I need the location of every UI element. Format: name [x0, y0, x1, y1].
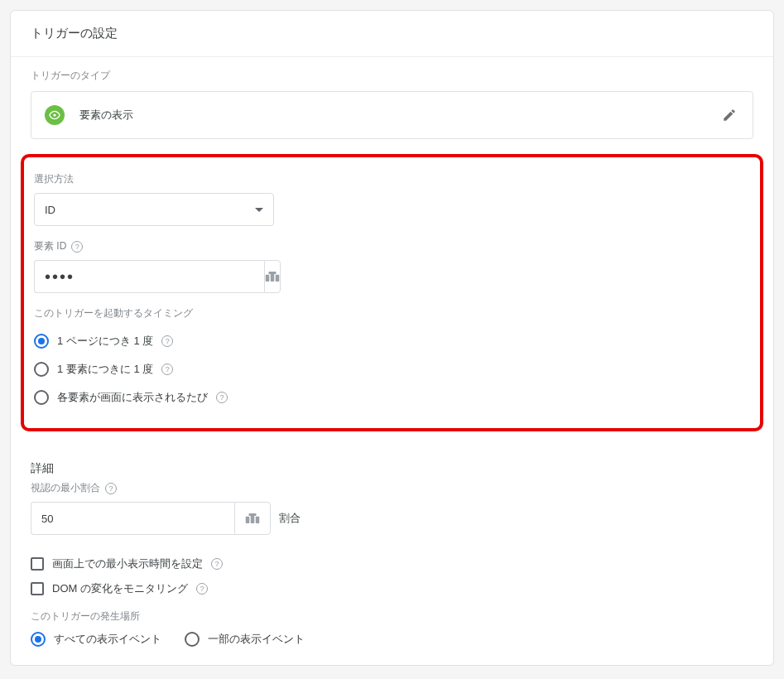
- timing-radio-group: 1 ページにつき 1 度 ? 1 要素につきに 1 度 ? 各要素が画面に表示さ…: [34, 327, 750, 412]
- element-id-input-row: [34, 260, 274, 293]
- radio-icon: [34, 390, 49, 405]
- element-id-label: 要素 ID ?: [34, 239, 750, 253]
- svg-rect-7: [256, 517, 260, 523]
- pct-suffix-label: 割合: [279, 511, 301, 526]
- trigger-type-label: 要素の表示: [79, 108, 133, 123]
- details-heading: 詳細: [31, 461, 753, 476]
- min-pct-input[interactable]: [31, 502, 234, 535]
- trigger-type-section-label: トリガーのタイプ: [31, 69, 753, 83]
- trigger-type-left: 要素の表示: [45, 105, 133, 125]
- selection-method-label: 選択方法: [34, 172, 750, 186]
- help-icon[interactable]: ?: [105, 483, 117, 494]
- svg-rect-4: [269, 272, 277, 274]
- highlighted-selection-box: 選択方法 ID 要素 ID ? このトリガーを起動するタイミング 1 ページにつ…: [21, 154, 763, 431]
- fire-location-label: このトリガーの発生場所: [31, 609, 753, 624]
- fire-radio-group: すべての表示イベント 一部の表示イベント: [31, 632, 753, 647]
- svg-rect-5: [246, 517, 250, 523]
- svg-rect-1: [266, 275, 270, 282]
- min-pct-row: 割合: [31, 502, 753, 535]
- trigger-type-section: トリガーのタイプ 要素の表示: [11, 57, 773, 139]
- help-icon[interactable]: ?: [211, 558, 223, 570]
- timing-option-per-page[interactable]: 1 ページにつき 1 度 ?: [34, 327, 750, 355]
- svg-rect-8: [249, 513, 257, 516]
- help-icon[interactable]: ?: [161, 364, 173, 375]
- card-title: トリガーの設定: [31, 26, 753, 41]
- fire-option-some-events[interactable]: 一部の表示イベント: [185, 632, 305, 647]
- radio-icon: [31, 632, 46, 647]
- checkbox-icon: [31, 582, 44, 595]
- chevron-down-icon: [255, 208, 263, 212]
- min-onscreen-duration-checkbox[interactable]: 画面上での最小表示時間を設定 ?: [31, 551, 753, 576]
- trigger-type-row[interactable]: 要素の表示: [31, 91, 753, 139]
- svg-point-0: [53, 113, 55, 116]
- help-icon[interactable]: ?: [216, 392, 228, 403]
- observe-dom-changes-checkbox[interactable]: DOM の変化をモニタリング ?: [31, 576, 753, 601]
- card-header: トリガーの設定: [11, 11, 773, 57]
- svg-rect-3: [276, 275, 280, 282]
- selection-method-dropdown[interactable]: ID: [34, 193, 274, 226]
- selection-method-value: ID: [45, 204, 55, 216]
- fire-option-all-events[interactable]: すべての表示イベント: [31, 632, 161, 647]
- visibility-eye-icon: [45, 105, 65, 125]
- element-id-input[interactable]: [34, 260, 264, 293]
- help-icon[interactable]: ?: [196, 583, 208, 595]
- edit-trigger-type-button[interactable]: [719, 105, 739, 125]
- element-id-variable-button[interactable]: [264, 260, 281, 293]
- min-pct-variable-button[interactable]: [234, 502, 271, 535]
- help-icon[interactable]: ?: [161, 335, 173, 347]
- timing-option-per-element[interactable]: 1 要素につきに 1 度 ?: [34, 355, 750, 383]
- details-section: 詳細 視認の最小割合 ? 割合 画面上での最小表示時間を設定 ? DOM の変化…: [11, 431, 773, 647]
- radio-icon: [34, 362, 49, 377]
- help-icon[interactable]: ?: [71, 241, 83, 253]
- timing-label: このトリガーを起動するタイミング: [34, 306, 750, 320]
- radio-icon: [185, 632, 200, 647]
- radio-icon: [34, 334, 49, 349]
- timing-option-every-appear[interactable]: 各要素が画面に表示されるたび ?: [34, 383, 750, 412]
- min-pct-label: 視認の最小割合 ?: [31, 481, 753, 495]
- trigger-config-card: トリガーの設定 トリガーのタイプ 要素の表示 選択方法 ID 要素 ID ?: [10, 10, 774, 666]
- checkbox-icon: [31, 557, 44, 571]
